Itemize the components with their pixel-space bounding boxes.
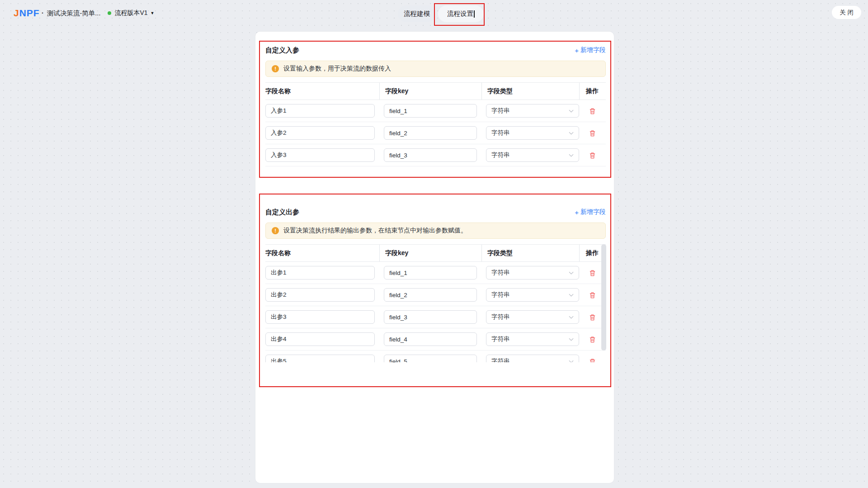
delete-row-button[interactable] — [587, 150, 598, 161]
output-params-title: 自定义出参 — [265, 208, 299, 217]
plus-icon: + — [575, 47, 579, 54]
trash-icon — [589, 107, 596, 115]
field-type-select[interactable]: 字符串 — [486, 126, 579, 140]
dot-separator: · — [42, 9, 44, 17]
input-params-notice-text: 设置输入参数，用于决策流的数据传入 — [283, 65, 391, 73]
chevron-down-icon — [569, 109, 574, 113]
tab-flow-modeling-label: 流程建模 — [404, 9, 430, 18]
add-output-field-label: 新增字段 — [580, 208, 606, 216]
delete-row-button[interactable] — [587, 334, 598, 345]
column-header-key: 字段key — [379, 83, 481, 99]
field-type-value: 字符串 — [491, 357, 510, 362]
chevron-down-icon — [569, 360, 574, 363]
output-params-notice-text: 设置决策流执行结果的输出参数，在结束节点中对输出参数赋值。 — [283, 227, 467, 235]
top-bar-left: JNPF · 测试决策流-简单... 流程版本V1 ▼ — [14, 6, 154, 20]
column-header-type: 字段类型 — [481, 83, 579, 99]
column-header-type: 字段类型 — [481, 245, 579, 261]
field-key-input[interactable] — [384, 288, 477, 302]
input-params-title: 自定义入参 — [265, 46, 299, 55]
tab-flow-modeling[interactable]: 流程建模 — [398, 5, 436, 22]
tab-flow-settings-label: 流程设置 — [447, 9, 473, 18]
field-name-input[interactable] — [265, 104, 375, 118]
vertical-scrollbar-thumb[interactable] — [601, 244, 606, 351]
table-row: 字符串 — [265, 262, 606, 284]
chevron-down-icon — [569, 132, 574, 135]
delete-row-button[interactable] — [587, 128, 598, 138]
add-output-field-button[interactable]: + 新增字段 — [575, 208, 606, 216]
chevron-down-icon — [569, 271, 574, 275]
text-cursor — [474, 10, 475, 18]
delete-row-button[interactable] — [587, 356, 598, 362]
field-name-input[interactable] — [265, 310, 375, 324]
version-status-dot — [108, 11, 111, 15]
trash-icon — [589, 336, 596, 343]
table-row: 字符串 — [265, 284, 606, 306]
field-type-select[interactable]: 字符串 — [486, 104, 579, 118]
field-type-value: 字符串 — [491, 335, 510, 343]
table-row: 字符串 — [265, 122, 606, 144]
column-header-name: 字段名称 — [265, 83, 379, 99]
field-type-value: 字符串 — [491, 129, 510, 137]
field-type-select[interactable]: 字符串 — [486, 355, 579, 362]
settings-panel: 自定义入参 + 新增字段 ! 设置输入参数，用于决策流的数据传入 字段名称 字段… — [255, 32, 614, 483]
version-dropdown[interactable]: 流程版本V1 ▼ — [108, 9, 154, 17]
table-row: 字符串 — [265, 328, 606, 351]
field-key-input[interactable] — [384, 266, 477, 280]
column-header-name: 字段名称 — [265, 245, 379, 261]
tab-flow-settings[interactable]: 流程设置 — [438, 5, 484, 22]
field-type-select[interactable]: 字符串 — [486, 332, 579, 346]
column-header-key: 字段key — [379, 245, 481, 261]
trash-icon — [589, 313, 596, 321]
warning-icon: ! — [272, 227, 279, 234]
field-key-input[interactable] — [384, 126, 477, 140]
delete-row-button[interactable] — [587, 267, 598, 278]
field-name-input[interactable] — [265, 288, 375, 302]
field-type-value: 字符串 — [491, 313, 510, 321]
delete-row-button[interactable] — [587, 312, 598, 322]
output-params-table: 字段名称 字段key 字段类型 操作 字符串 字符串 — [265, 244, 606, 362]
field-name-input[interactable] — [265, 332, 375, 346]
table-row: 字符串 — [265, 306, 606, 328]
add-input-field-button[interactable]: + 新增字段 — [575, 46, 606, 54]
input-params-notice: ! 设置输入参数，用于决策流的数据传入 — [265, 61, 606, 77]
trash-icon — [589, 269, 596, 277]
delete-row-button[interactable] — [587, 289, 598, 300]
chevron-down-icon — [569, 338, 574, 341]
trash-icon — [589, 129, 596, 137]
field-key-input[interactable] — [384, 104, 477, 118]
column-header-action: 操作 — [579, 83, 606, 99]
input-params-table: 字段名称 字段key 字段类型 操作 字符串 字符串 字符串 — [265, 82, 606, 166]
field-name-input[interactable] — [265, 355, 375, 362]
caret-down-icon: ▼ — [151, 11, 155, 15]
field-key-input[interactable] — [384, 310, 477, 324]
input-params-section: 自定义入参 + 新增字段 ! 设置输入参数，用于决策流的数据传入 字段名称 字段… — [265, 46, 606, 166]
field-type-value: 字符串 — [491, 151, 510, 159]
delete-row-button[interactable] — [587, 105, 598, 116]
table-row: 字符串 — [265, 351, 606, 362]
field-type-select[interactable]: 字符串 — [486, 148, 579, 162]
field-key-input[interactable] — [384, 148, 477, 162]
chevron-down-icon — [569, 316, 574, 319]
field-key-input[interactable] — [384, 355, 477, 362]
field-key-input[interactable] — [384, 332, 477, 346]
app-logo: JNPF — [14, 8, 40, 19]
field-type-select[interactable]: 字符串 — [486, 266, 579, 280]
field-type-select[interactable]: 字符串 — [486, 288, 579, 302]
field-name-input[interactable] — [265, 266, 375, 280]
table-header: 字段名称 字段key 字段类型 操作 — [265, 244, 606, 262]
field-type-value: 字符串 — [491, 269, 510, 277]
plus-icon: + — [575, 209, 579, 216]
field-name-input[interactable] — [265, 148, 375, 162]
field-type-value: 字符串 — [491, 107, 510, 115]
trash-icon — [589, 152, 596, 159]
output-params-notice: ! 设置决策流执行结果的输出参数，在结束节点中对输出参数赋值。 — [265, 223, 606, 239]
field-type-select[interactable]: 字符串 — [486, 310, 579, 324]
field-type-value: 字符串 — [491, 291, 510, 299]
logo-j: J — [14, 8, 19, 18]
scrollable-table-body[interactable]: 字符串 字符串 字符串 字符串 — [265, 262, 606, 362]
add-input-field-label: 新增字段 — [580, 46, 606, 54]
field-name-input[interactable] — [265, 126, 375, 140]
version-label: 流程版本V1 — [114, 9, 147, 17]
close-button[interactable]: 关 闭 — [832, 6, 861, 19]
chevron-down-icon — [569, 154, 574, 157]
